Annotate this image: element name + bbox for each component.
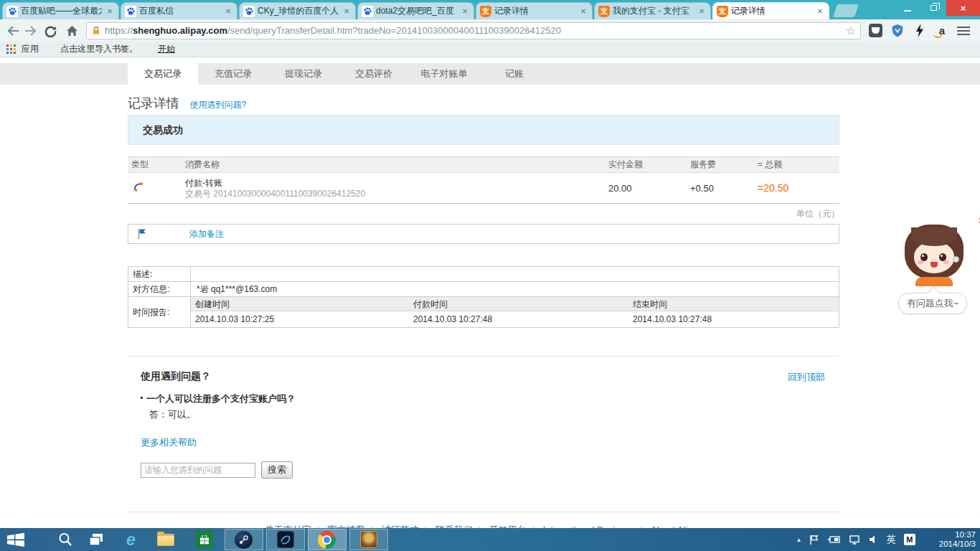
desc-label: 描述: bbox=[128, 267, 191, 281]
alipay-favicon-icon: 支 bbox=[717, 6, 728, 17]
taskbar-clock[interactable]: 10:37 2014/10/3 bbox=[939, 530, 976, 549]
home-button[interactable] bbox=[63, 24, 80, 37]
ime-language-indicator[interactable]: 英 bbox=[887, 533, 896, 546]
internet-explorer-icon[interactable]: e bbox=[126, 531, 136, 548]
flag-icon bbox=[137, 228, 148, 240]
browser-tab[interactable]: 支 记录详情 × bbox=[476, 2, 593, 19]
chrome-taskbar-button[interactable] bbox=[308, 529, 347, 550]
file-explorer-icon[interactable] bbox=[157, 534, 174, 546]
tab-title: CKy_珍惜的百度个人 bbox=[258, 5, 339, 17]
back-to-top-link[interactable]: 回到顶部 bbox=[788, 371, 825, 384]
windows-taskbar: e ▴ 英 M 10:37 2014/10/3 bbox=[0, 528, 980, 551]
assistant-mascot: × 有问题点我~ bbox=[898, 215, 970, 314]
browser-tab-active[interactable]: 支 记录详情 × bbox=[712, 2, 829, 19]
tab-close-icon[interactable]: × bbox=[697, 6, 707, 17]
tab-bookkeeping[interactable]: 记账 bbox=[479, 63, 550, 85]
import-bookmarks-hint[interactable]: 点击这里导入书签。 bbox=[60, 43, 138, 55]
tab-withdraw-records[interactable]: 提现记录 bbox=[268, 63, 339, 85]
start-button-icon[interactable] bbox=[6, 531, 27, 548]
task-view-icon[interactable] bbox=[88, 532, 105, 547]
battery-icon[interactable] bbox=[827, 534, 841, 545]
alipay-favicon-icon: 支 bbox=[598, 6, 610, 17]
action-center-flag-icon[interactable] bbox=[809, 534, 819, 545]
tab-close-icon[interactable]: × bbox=[341, 6, 352, 17]
network-icon[interactable] bbox=[849, 534, 861, 545]
paid-amount: 20.00 bbox=[608, 183, 690, 194]
apps-grid-icon[interactable] bbox=[6, 44, 16, 54]
volume-icon[interactable] bbox=[869, 534, 879, 545]
url-text: https://shenghuo.alipay.com/send/queryTr… bbox=[105, 25, 846, 36]
browser-tab[interactable]: 支 我的支付宝 - 支付宝 × bbox=[594, 2, 711, 19]
divider bbox=[128, 512, 839, 512]
page-title: 记录详情 bbox=[128, 96, 179, 110]
faq-search-button[interactable]: 搜索 bbox=[261, 461, 293, 479]
browser-tab[interactable]: 百度私信 × bbox=[121, 2, 237, 19]
detail-table: 描述: 对方信息: *岩 qq1***@163.com 时间报告: 创建时间 付… bbox=[128, 266, 839, 328]
trade-number: 交易号 20141003000040011100390026412520 bbox=[185, 189, 608, 199]
address-bar[interactable]: https://shenghuo.alipay.com/send/queryTr… bbox=[86, 22, 861, 39]
minimize-button[interactable] bbox=[895, 0, 920, 16]
search-icon[interactable] bbox=[57, 532, 73, 547]
tab-close-icon[interactable]: × bbox=[460, 6, 470, 17]
help-link[interactable]: 使用遇到问题? bbox=[189, 100, 246, 110]
extension-pocket-icon[interactable] bbox=[867, 23, 883, 39]
faq-question: 一个人可以注册多个支付宝账户吗？ bbox=[141, 392, 839, 405]
party-value: *岩 qq1***@163.com bbox=[191, 282, 839, 296]
browser-tab[interactable]: dota2交易吧吧_百度 × bbox=[357, 2, 474, 19]
tab-title: 记录详情 bbox=[494, 5, 575, 17]
battlenet-taskbar-button[interactable] bbox=[266, 529, 305, 550]
tray-expand-icon[interactable]: ▴ bbox=[797, 536, 801, 543]
browser-toolbar: https://shenghuo.alipay.com/send/queryTr… bbox=[0, 19, 980, 42]
tab-close-icon[interactable]: × bbox=[578, 6, 588, 17]
ime-m-badge[interactable]: M bbox=[904, 534, 915, 545]
tab-transaction-records[interactable]: 交易记录 bbox=[128, 63, 198, 85]
windows-store-icon[interactable] bbox=[196, 531, 213, 548]
hearthstone-taskbar-button[interactable] bbox=[349, 529, 388, 550]
headset-icon bbox=[953, 256, 959, 263]
col-paid: 实付金额 bbox=[608, 159, 690, 171]
reload-button[interactable] bbox=[42, 24, 59, 37]
transaction-row: 付款-转账 交易号 201410030000400111003900264125… bbox=[128, 173, 839, 204]
restore-button[interactable] bbox=[920, 0, 946, 16]
faq-heading: 使用遇到问题？ bbox=[141, 357, 839, 383]
extension-shield-icon[interactable] bbox=[890, 23, 905, 39]
browser-tab[interactable]: 百度贴吧——全球最大 × bbox=[2, 2, 119, 19]
new-tab-button[interactable] bbox=[833, 4, 859, 17]
bookmarks-bar: 应用 点击这里导入书签。 开始 bbox=[0, 42, 980, 57]
browser-menu-icon[interactable] bbox=[957, 24, 970, 37]
steam-taskbar-button[interactable] bbox=[225, 529, 263, 550]
tab-close-icon[interactable]: × bbox=[105, 6, 115, 17]
tab-title: 百度私信 bbox=[139, 5, 220, 17]
add-note-link[interactable]: 添加备注 bbox=[189, 228, 224, 240]
tab-recharge-records[interactable]: 充值记录 bbox=[198, 63, 268, 85]
tab-transaction-ratings[interactable]: 交易评价 bbox=[339, 63, 409, 85]
faq-search-input[interactable] bbox=[141, 463, 255, 478]
forward-button[interactable] bbox=[22, 24, 39, 37]
browser-tab-strip: 百度贴吧——全球最大 × 百度私信 × CKy_珍惜的百度个人 × dota2交… bbox=[0, 0, 980, 19]
add-note-box: 添加备注 bbox=[128, 224, 839, 244]
https-padlock-icon bbox=[91, 25, 101, 36]
mascot-speech-bubble[interactable]: 有问题点我~ bbox=[898, 293, 967, 314]
extension-flash-bolt-icon[interactable] bbox=[912, 23, 928, 39]
baidu-paw-favicon-icon bbox=[6, 6, 18, 17]
bookmark-start-link[interactable]: 开始 bbox=[158, 43, 175, 55]
extension-amazon-icon[interactable]: a bbox=[934, 23, 950, 39]
tab-close-icon[interactable]: × bbox=[223, 6, 233, 17]
mascot-close-icon[interactable]: × bbox=[976, 216, 980, 227]
apps-label[interactable]: 应用 bbox=[22, 43, 39, 55]
screen: 百度贴吧——全球最大 × 百度私信 × CKy_珍惜的百度个人 × dota2交… bbox=[0, 0, 980, 551]
unit-note: 单位（元） bbox=[128, 208, 839, 218]
mascot-girl-avatar[interactable] bbox=[905, 225, 963, 286]
more-help-link[interactable]: 更多相关帮助 bbox=[141, 436, 197, 449]
alipay-favicon-icon: 支 bbox=[480, 6, 491, 17]
tab-e-statement[interactable]: 电子对账单 bbox=[409, 63, 479, 85]
back-button[interactable] bbox=[4, 24, 22, 37]
bookmark-star-icon[interactable]: ☆ bbox=[846, 24, 856, 37]
col-total: = 总额 bbox=[758, 159, 839, 171]
close-window-button[interactable]: × bbox=[946, 0, 980, 16]
page-content: 记录详情 使用遇到问题? 交易成功 类型 消费名称 实付金额 服务费 = 总额 … bbox=[128, 95, 839, 537]
tab-close-icon[interactable]: × bbox=[815, 6, 825, 17]
tab-title: 记录详情 bbox=[731, 5, 812, 17]
browser-tab[interactable]: CKy_珍惜的百度个人 × bbox=[239, 2, 356, 19]
col-type: 类型 bbox=[128, 159, 185, 171]
